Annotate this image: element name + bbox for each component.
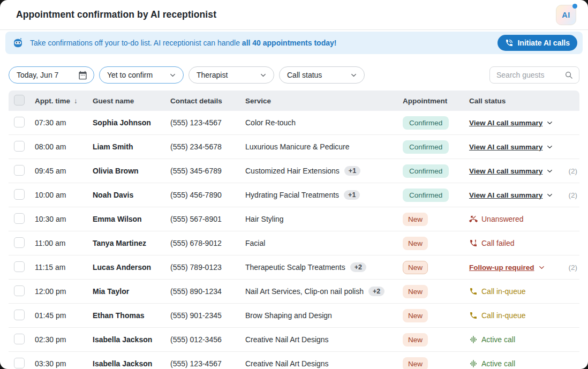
row-checkbox[interactable] (14, 334, 25, 344)
table-row: 02:30 pm Isabella Jackson (555) 012-3456… (9, 328, 579, 352)
row-checkbox[interactable] (14, 237, 25, 248)
view-ai-call-summary-link[interactable]: View AI call summary (469, 143, 554, 151)
search-guests-box (489, 66, 579, 84)
column-contact-details: Contact details (170, 97, 245, 105)
view-ai-call-summary-link[interactable]: View AI call summary (469, 167, 554, 175)
appointment-status-badge: New (403, 357, 428, 369)
view-ai-call-summary-link[interactable]: View AI call summary (469, 191, 554, 199)
row-checkbox[interactable] (14, 310, 25, 320)
appt-time: 10:30 am (35, 215, 93, 223)
sort-desc-icon: ↓ (74, 97, 78, 105)
appointment-status-badge: New (403, 213, 428, 226)
service-extra-badge[interactable]: +1 (344, 190, 360, 200)
call-status-cell: Active call (469, 359, 579, 368)
appointment-status-badge: Confirmed (403, 140, 449, 154)
row-checkbox[interactable] (14, 358, 25, 368)
service-extra-badge[interactable]: +2 (368, 287, 385, 296)
ai-banner: Take confirmations off your to-do list. … (5, 32, 583, 54)
call-status-filter[interactable]: Call status (279, 66, 365, 84)
appt-time: 02:30 pm (35, 335, 93, 344)
row-checkbox[interactable] (14, 117, 25, 127)
call-status-icon (469, 359, 478, 368)
table-body: 07:30 am Sophia Johnson (555) 123-4567 C… (9, 111, 579, 369)
chevron-down-icon (546, 119, 554, 127)
guest-name: Sophia Johnson (93, 118, 170, 127)
guest-name: Noah Davis (93, 191, 170, 199)
call-status-cell: View AI call summary (2) (469, 191, 579, 199)
service: Luxurious Manicure & Pedicure (245, 142, 403, 151)
guest-name: Isabella Jackson (93, 335, 170, 344)
phone-call-icon (505, 39, 514, 47)
contact-details: (555) 123-4567 (170, 118, 245, 127)
call-status-cell: Call failed (469, 239, 579, 247)
call-status-cell: Call in-queue (469, 287, 579, 296)
service: Color Re-touch (245, 118, 403, 127)
guest-name: Ethan Thomas (93, 311, 170, 320)
column-call-status: Call status (469, 97, 579, 105)
title-bar: Appointment confirmation by AI reception… (0, 0, 588, 30)
follow-up-required-link[interactable]: Follow-up required (469, 263, 546, 272)
table-row: 08:00 am Liam Smith (555) 234-5678 Luxur… (9, 135, 579, 159)
contact-details: (555) 345-6789 (170, 167, 245, 175)
column-guest-name: Guest name (93, 97, 170, 105)
service-name: Hydrating Facial Treatments (245, 191, 339, 199)
guest-name: Mia Taylor (93, 287, 170, 296)
therapist-filter[interactable]: Therapist (189, 66, 274, 84)
initiate-ai-calls-button[interactable]: Initiate AI calls (497, 35, 577, 51)
contact-details: (555) 890-1234 (170, 287, 245, 296)
appointment-status-badge: Confirmed (403, 189, 449, 202)
chevron-down-icon (538, 263, 546, 272)
call-status-icon (469, 287, 478, 296)
ai-badge-label: AI (562, 11, 570, 19)
confirm-status-filter[interactable]: Yet to confirm (99, 66, 184, 84)
page-title: Appointment confirmation by AI reception… (16, 9, 216, 20)
chevron-down-icon (259, 71, 267, 79)
call-status-icon (469, 239, 478, 247)
appt-time: 03:30 pm (35, 359, 93, 368)
row-checkbox[interactable] (14, 285, 25, 296)
call-count: (2) (569, 263, 580, 272)
guest-name: Tanya Martinez (93, 239, 170, 247)
guest-name: Emma Wilson (93, 215, 170, 223)
row-checkbox[interactable] (14, 141, 25, 152)
column-appointment: Appointment (403, 97, 469, 105)
calendar-icon (78, 71, 87, 80)
guest-name: Lucas Anderson (93, 263, 170, 272)
search-icon[interactable] (564, 71, 574, 80)
service: Customized Hair Extensions +1 (245, 166, 403, 176)
select-all-checkbox[interactable] (14, 95, 25, 106)
column-appt-time[interactable]: Appt. time ↓ (35, 97, 93, 105)
contact-details: (555) 012-3456 (170, 335, 245, 344)
call-status: Unanswered (469, 215, 524, 223)
row-checkbox[interactable] (14, 261, 25, 272)
contact-details: (555) 678-9012 (170, 239, 245, 247)
service-name: Customized Hair Extensions (245, 167, 340, 175)
call-status: Call failed (469, 239, 514, 247)
call-status-cell: Follow-up required (2) (469, 263, 579, 272)
call-status-icon (469, 335, 478, 344)
table-row: 11:00 am Tanya Martinez (555) 678-9012 F… (9, 231, 579, 255)
app-window: Appointment confirmation by AI reception… (0, 0, 588, 369)
service-name: Luxurious Manicure & Pedicure (245, 142, 350, 151)
service-extra-badge[interactable]: +2 (350, 262, 366, 272)
ai-assistant-badge[interactable]: AI (556, 5, 576, 25)
banner-message: Take confirmations off your to-do list. … (30, 39, 336, 47)
table-row: 01:45 pm Ethan Thomas (555) 901-2345 Bro… (9, 304, 579, 328)
row-checkbox[interactable] (14, 165, 25, 176)
date-filter[interactable]: Today, Jun 7 (9, 66, 94, 84)
appt-time: 09:45 am (35, 167, 93, 175)
appt-time: 12:00 pm (35, 287, 93, 296)
view-ai-call-summary-link[interactable]: View AI call summary (469, 119, 554, 127)
guest-name: Liam Smith (93, 142, 170, 151)
service-extra-badge[interactable]: +1 (344, 166, 360, 176)
chevron-down-icon (546, 143, 554, 151)
appt-time: 11:15 am (35, 263, 93, 272)
row-checkbox[interactable] (14, 213, 25, 224)
notification-dot (572, 4, 577, 9)
search-input[interactable] (495, 70, 560, 80)
service: Creative Nail Art Designs (245, 359, 403, 368)
contact-details: (555) 789-0123 (170, 263, 245, 272)
service-name: Creative Nail Art Designs (245, 335, 329, 344)
row-checkbox[interactable] (14, 189, 25, 200)
contact-details: (555) 567-8901 (170, 215, 245, 223)
